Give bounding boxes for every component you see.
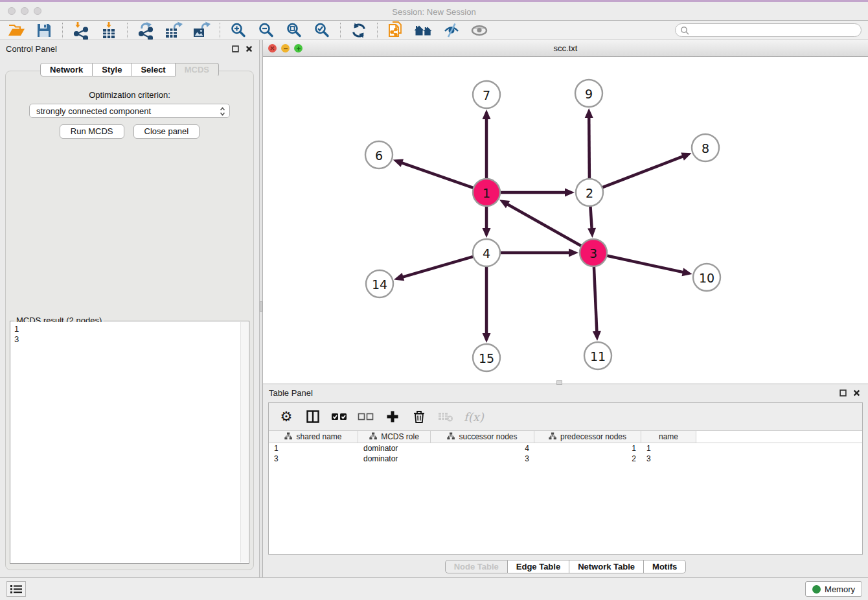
delete-column-icon[interactable] (411, 408, 428, 425)
toolbar-separator (340, 23, 341, 38)
edge-2-9[interactable] (585, 108, 593, 179)
search-box[interactable] (675, 23, 862, 37)
node-11[interactable]: 11 (584, 342, 611, 369)
tab-node-table[interactable]: Node Table (445, 560, 508, 573)
toolbar-separator (377, 23, 378, 38)
save-session-icon[interactable] (34, 21, 54, 40)
table-row[interactable]: 3dominator323 (269, 454, 862, 464)
network-title: scc.txt (263, 40, 868, 56)
main-toolbar (0, 21, 868, 40)
float-panel-icon[interactable] (231, 45, 239, 52)
edge-4-15[interactable] (483, 266, 491, 343)
edge-1-4[interactable] (483, 206, 491, 238)
edge-4-3[interactable] (500, 249, 578, 257)
edge-3-11[interactable] (593, 266, 601, 341)
node-1[interactable]: 1 (473, 179, 500, 206)
export-network-icon[interactable] (136, 21, 155, 40)
zoom-selected-icon[interactable] (312, 21, 332, 40)
zoom-in-icon[interactable] (229, 21, 248, 40)
svg-text:4: 4 (483, 246, 490, 260)
svg-text:6: 6 (375, 148, 383, 163)
node-8[interactable]: 8 (692, 134, 719, 161)
edge-1-6[interactable] (393, 159, 474, 188)
task-history-button[interactable] (6, 581, 26, 597)
control-panel: Control Panel NetworkStyleSelectMCDS Opt… (0, 40, 259, 577)
node-15[interactable]: 15 (473, 344, 500, 371)
edge-3-1[interactable] (499, 200, 582, 246)
column-header-predecessor-nodes[interactable]: predecessor nodes (534, 431, 641, 443)
edge-3-10[interactable] (607, 256, 692, 277)
result-scrollbar[interactable] (240, 322, 248, 562)
search-input[interactable] (692, 26, 861, 35)
list-icon (10, 584, 22, 594)
edge-2-3[interactable] (588, 206, 596, 238)
table-row[interactable]: 1dominator411 (269, 443, 862, 454)
home-icon[interactable] (414, 21, 433, 40)
toolbar-separator (220, 23, 220, 38)
add-column-icon[interactable] (384, 408, 401, 425)
run-mcds-button[interactable]: Run MCDS (60, 124, 124, 139)
tab-select[interactable]: Select (131, 63, 175, 76)
zoom-out-icon[interactable] (257, 21, 276, 40)
memory-label: Memory (825, 584, 855, 594)
svg-text:7: 7 (483, 88, 490, 102)
float-table-panel-icon[interactable] (839, 389, 847, 397)
tab-motifs[interactable]: Motifs (644, 560, 686, 573)
export-image-icon[interactable] (192, 21, 211, 40)
memory-status-icon (812, 585, 821, 594)
tab-network[interactable]: Network (40, 63, 93, 76)
control-panel-tabs: NetworkStyleSelectMCDS (0, 63, 259, 76)
node-table: ⚙f(x) shared nameMCDS rolesuccessor node… (268, 402, 863, 555)
tab-mcds[interactable]: MCDS (176, 63, 219, 76)
column-header-MCDS-role[interactable]: MCDS role (358, 431, 431, 443)
mcds-result-box: MCDS result (2 nodes) 13 (10, 321, 249, 564)
select-all-rows-icon[interactable] (331, 408, 348, 425)
close-table-panel-icon[interactable] (852, 389, 860, 397)
node-6[interactable]: 6 (365, 141, 393, 168)
edge-1-7[interactable] (483, 110, 491, 179)
mcds-result-list[interactable]: 13 (11, 322, 248, 562)
horizontal-splitter-grip[interactable] (556, 380, 562, 385)
tab-network-table[interactable]: Network Table (569, 560, 644, 573)
column-chooser-icon[interactable] (304, 408, 321, 425)
network-graph[interactable]: 1234678910111415 (263, 57, 868, 383)
node-14[interactable]: 14 (366, 270, 393, 297)
frame-minimize-icon[interactable] (281, 44, 290, 52)
column-header-name[interactable]: name (641, 431, 696, 443)
tab-edge-table[interactable]: Edge Table (508, 560, 569, 573)
cell-MCDS-role: dominator (358, 454, 431, 464)
tab-style[interactable]: Style (93, 63, 131, 76)
memory-button[interactable]: Memory (805, 581, 862, 597)
close-panel-icon[interactable] (245, 45, 253, 52)
node-3[interactable]: 3 (580, 239, 607, 266)
table-settings-icon[interactable]: ⚙ (278, 408, 295, 425)
document-share-icon[interactable] (386, 21, 405, 40)
edge-4-14[interactable] (394, 257, 474, 281)
column-header-successor-nodes[interactable]: successor nodes (431, 431, 534, 443)
column-header-shared-name[interactable]: shared name (269, 431, 358, 443)
import-table-icon[interactable] (99, 21, 119, 40)
zoom-fit-icon[interactable] (284, 21, 304, 40)
network-canvas[interactable]: 1234678910111415 (263, 57, 868, 384)
edge-2-8[interactable] (602, 153, 692, 188)
node-4[interactable]: 4 (473, 239, 500, 266)
frame-maximize-icon[interactable] (294, 44, 303, 52)
hide-graphics-icon[interactable] (442, 21, 461, 40)
node-7[interactable]: 7 (473, 81, 500, 108)
import-network-icon[interactable] (71, 21, 91, 40)
node-2[interactable]: 2 (576, 179, 603, 206)
refresh-layout-icon[interactable] (349, 21, 369, 40)
network-window-titlebar[interactable]: scc.txt (263, 40, 868, 57)
close-panel-button[interactable]: Close panel (133, 124, 200, 139)
frame-close-icon[interactable] (268, 44, 277, 52)
show-graphics-icon[interactable] (470, 21, 489, 40)
node-10[interactable]: 10 (693, 264, 720, 291)
edge-1-2[interactable] (500, 189, 575, 197)
app-titlebar: Session: New Session (0, 0, 868, 21)
open-file-icon[interactable] (6, 21, 26, 40)
deselect-all-rows-icon[interactable] (358, 408, 374, 425)
node-9[interactable]: 9 (575, 80, 602, 107)
criterion-select[interactable]: strongly connected component (29, 104, 230, 118)
status-bar: Memory (0, 577, 868, 600)
export-table-icon[interactable] (164, 21, 183, 40)
